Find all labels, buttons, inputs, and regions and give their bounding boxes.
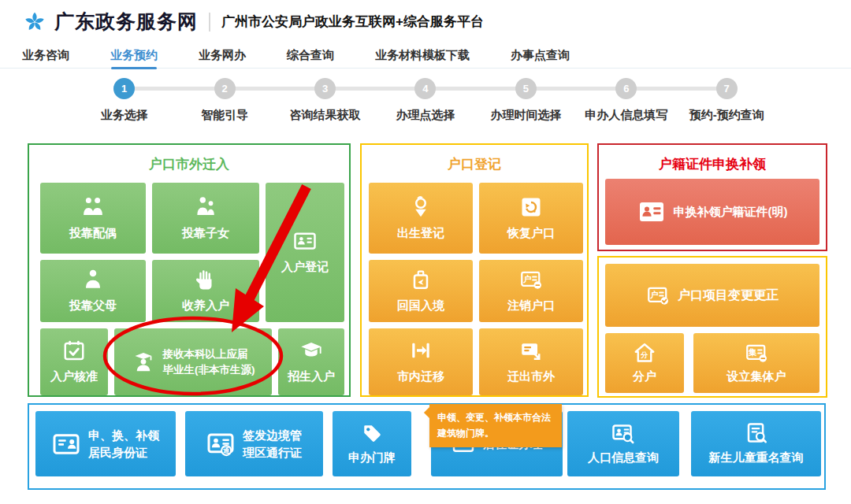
- calendar-check-icon: [62, 339, 86, 362]
- tile-cancel-household[interactable]: 注销户口: [479, 260, 583, 322]
- house-icon: [633, 341, 656, 365]
- step-2-smart-guide: 2 智能引导: [174, 78, 274, 123]
- step-3-consult-result: 3 咨询结果获取: [275, 78, 375, 123]
- tile-intracity-move[interactable]: 市内迁移: [369, 328, 473, 395]
- nav-item-service-point-query[interactable]: 办事点查询: [511, 48, 570, 63]
- tile-birth-registration[interactable]: 出生登记: [369, 183, 473, 254]
- doc-search-icon: [745, 421, 768, 445]
- step-1-business-select: 1 业务选择: [74, 78, 174, 123]
- baby-icon: [409, 195, 433, 219]
- section-registration-title: 户口登记: [362, 145, 587, 173]
- main-nav: 业务咨询 业务预约 业务网办 综合查询 业务材料模板下载 办事点查询: [0, 43, 851, 69]
- tile-rely-spouse[interactable]: 投靠配偶: [40, 183, 146, 254]
- step-7-appointment-query: 7 预约-预约查询: [677, 78, 777, 123]
- transfer-icon: [409, 339, 433, 362]
- platform-subtitle: 广州市公安局户政业务互联网+综合服务平台: [221, 13, 484, 31]
- tile-restore-household[interactable]: 恢复户口: [479, 183, 583, 254]
- tile-rely-children[interactable]: 投靠子女: [152, 183, 259, 254]
- restore-icon: [519, 195, 543, 219]
- tile-apply-door-plate[interactable]: 申办门牌: [333, 411, 411, 476]
- hand-icon: [194, 268, 217, 291]
- brand-title: 广东政务服务网: [54, 9, 198, 35]
- section-certificate-title: 户籍证件申换补领: [599, 145, 826, 173]
- nav-item-comprehensive-query[interactable]: 综合查询: [287, 48, 334, 63]
- tile-household-register[interactable]: 入户登记: [266, 183, 344, 322]
- app-header: 广东政务服务网 广州市公安局户政业务互联网+综合服务平台: [0, 0, 851, 43]
- tile-population-info-query[interactable]: 人口信息查询: [567, 411, 679, 476]
- tile-replace-household-certificate[interactable]: 申换补领户籍证件(明): [605, 179, 819, 245]
- tag-icon: [360, 421, 384, 445]
- section-household-changes: 户口项目变更更正 分户 设立集体户: [597, 256, 827, 398]
- gdzwfw-logo-flower-icon: [22, 9, 47, 35]
- step-4-location-select: 4 办理点选择: [375, 78, 475, 123]
- person-icon: [81, 268, 105, 291]
- tile-rely-parents[interactable]: 投靠父母: [40, 260, 146, 322]
- section-certificate-replacement: 户籍证件申换补领 申换补领户籍证件(明): [597, 143, 827, 251]
- tile-setup-collective-household[interactable]: 设立集体户: [693, 333, 819, 393]
- family-icon: [194, 195, 217, 219]
- tile-return-entry[interactable]: 回国入境: [369, 260, 473, 322]
- step-6-applicant-info: 6 申办人信息填写: [576, 78, 676, 123]
- tile-split-household[interactable]: 分户: [605, 333, 684, 393]
- section-household-registration: 户口登记 出生登记 恢复户口 回国入境 注销户口 市内迁移 迁出市外: [360, 143, 589, 397]
- id-card-filled-icon: [637, 198, 666, 226]
- card-minus-icon: [519, 268, 543, 291]
- pass-card-icon: [206, 430, 235, 458]
- tile-graduate-recruitment[interactable]: 接收本科以上应届 毕业生(非本市生源): [114, 328, 272, 395]
- header-divider: [209, 13, 210, 32]
- tile-household-item-change[interactable]: 户口项目变更更正: [605, 264, 819, 327]
- nav-item-business-consult[interactable]: 业务咨询: [22, 48, 69, 63]
- tile-newborn-name-query[interactable]: 新生儿童重名查询: [691, 411, 821, 476]
- door-plate-tooltip: 申领、变更、补领本市合法建筑物门牌。: [429, 404, 562, 447]
- step-indicator: 1 业务选择 2 智能引导 3 咨询结果获取 4 办理点选择 5 办理时间选择 …: [74, 78, 777, 123]
- card-out-arrow-icon: [519, 339, 543, 362]
- section-migration-into-city: 户口市外迁入 投靠配偶 投靠子女 入户登记 投靠父母 收养入户 入户核准 接收本…: [28, 143, 351, 397]
- graduate-icon: [132, 350, 155, 374]
- card-group-minus-icon: [745, 341, 768, 365]
- graduation-cap-icon: [299, 339, 323, 362]
- nav-item-business-online[interactable]: 业务网办: [199, 48, 246, 63]
- nav-item-business-appointment[interactable]: 业务预约: [110, 48, 158, 63]
- tile-border-pass[interactable]: 签发边境管 理区通行证: [185, 411, 323, 476]
- couple-icon: [81, 195, 105, 219]
- tile-entry-approval[interactable]: 入户核准: [40, 328, 108, 395]
- card-search-icon: [611, 421, 635, 445]
- tile-adoption-entry[interactable]: 收养入户: [152, 260, 259, 322]
- tile-student-enrollment[interactable]: 招生入户: [278, 328, 344, 395]
- step-5-time-select: 5 办理时间选择: [476, 78, 576, 123]
- section-migration-title: 户口市外迁入: [29, 145, 349, 173]
- card-check-icon: [646, 284, 670, 307]
- tile-moveout-city[interactable]: 迁出市外: [479, 328, 583, 395]
- id-card-lines-icon: [52, 430, 80, 458]
- nav-item-material-template-download[interactable]: 业务材料模板下载: [375, 48, 470, 63]
- id-card-icon: [293, 229, 317, 253]
- luggage-icon: [409, 268, 433, 291]
- tile-id-card-services[interactable]: 申、换、补领 居民身份证: [35, 411, 176, 476]
